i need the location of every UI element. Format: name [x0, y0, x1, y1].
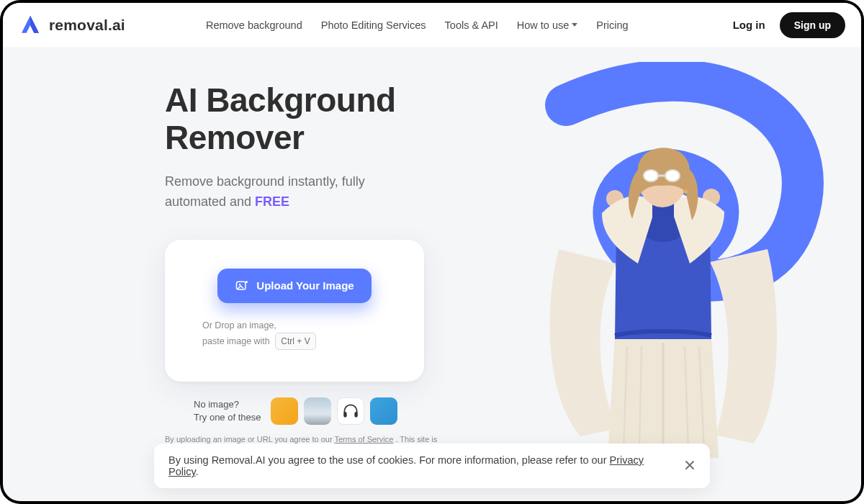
- nav-links: Remove background Photo Editing Services…: [206, 19, 629, 31]
- upload-hint-line2-text: paste image with: [202, 336, 270, 346]
- sample-thumb-2[interactable]: [304, 397, 331, 425]
- samples-line1: No image?: [194, 398, 261, 411]
- legal-prefix: By uploading an image or URL you agree t…: [165, 435, 334, 444]
- close-icon: [684, 459, 696, 471]
- tos-link[interactable]: Terms of Service: [334, 435, 393, 444]
- upload-card: Upload Your Image Or Drop an image, past…: [165, 240, 424, 382]
- kbd-shortcut: Ctrl + V: [275, 333, 315, 350]
- sample-thumb-1[interactable]: [271, 397, 298, 425]
- brand[interactable]: removal.ai: [19, 14, 125, 37]
- nav-pricing[interactable]: Pricing: [596, 19, 628, 31]
- image-upload-icon: [235, 279, 249, 293]
- brand-logo-icon: [19, 14, 42, 37]
- upload-button[interactable]: Upload Your Image: [217, 269, 371, 303]
- cookie-text-suffix: .: [196, 466, 199, 477]
- upload-hint: Or Drop an image, paste image with Ctrl …: [186, 319, 402, 350]
- hero: AI Background Remover Remove background …: [3, 48, 861, 501]
- top-nav: removal.ai Remove background Photo Editi…: [3, 3, 861, 48]
- cookie-banner: By using Removal.AI you agree to the use…: [154, 444, 710, 488]
- hero-person-image: [530, 120, 796, 458]
- cookie-close-button[interactable]: [684, 459, 696, 473]
- nav-photo-editing[interactable]: Photo Editing Services: [321, 19, 426, 31]
- sample-thumb-4[interactable]: [370, 397, 397, 425]
- chevron-down-icon: [572, 23, 577, 27]
- nav-remove-background[interactable]: Remove background: [206, 19, 302, 31]
- cookie-text: By using Removal.AI you agree to the use…: [168, 454, 674, 477]
- signup-button[interactable]: Sign up: [780, 12, 845, 38]
- legal-suffix: . This site is: [393, 435, 437, 444]
- cookie-text-prefix: By using Removal.AI you agree to the use…: [168, 454, 610, 466]
- nav-how-to-use[interactable]: How to use: [517, 19, 578, 31]
- samples-line2: Try one of these: [194, 411, 261, 424]
- upload-hint-line1: Or Drop an image,: [202, 319, 402, 333]
- svg-rect-4: [355, 412, 358, 418]
- hero-subtitle: Remove background instantly, fully autom…: [165, 172, 424, 212]
- login-link[interactable]: Log in: [733, 19, 765, 31]
- svg-rect-3: [344, 412, 347, 418]
- hero-subtitle-free: FREE: [255, 194, 289, 209]
- nav-right: Log in Sign up: [733, 12, 845, 38]
- upload-hint-line2: paste image with Ctrl + V: [202, 333, 402, 350]
- headphones-icon: [338, 398, 364, 424]
- sample-thumbs: [271, 397, 397, 425]
- nav-tools-api[interactable]: Tools & API: [445, 19, 498, 31]
- brand-name: removal.ai: [49, 17, 125, 34]
- samples-text: No image? Try one of these: [194, 398, 261, 423]
- svg-point-10: [683, 189, 688, 194]
- upload-button-label: Upload Your Image: [256, 279, 354, 292]
- sample-thumb-3[interactable]: [337, 397, 364, 425]
- hero-illustration: [494, 62, 832, 465]
- nav-how-to-use-label: How to use: [517, 19, 570, 31]
- svg-point-1: [239, 284, 241, 286]
